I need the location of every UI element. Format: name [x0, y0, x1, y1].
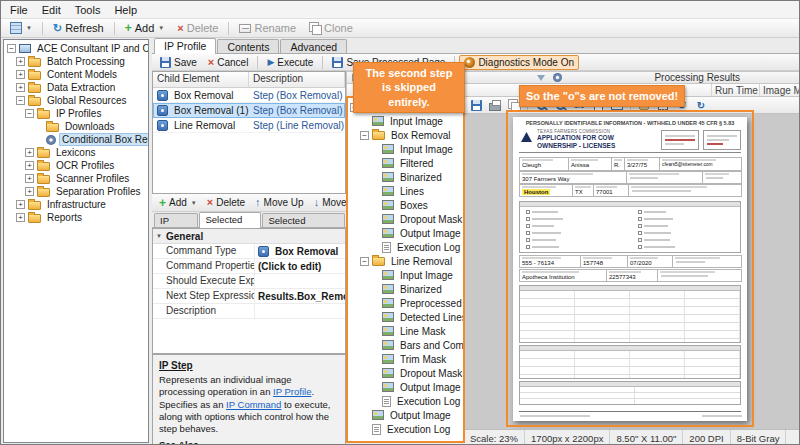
nav-tree-item[interactable]: +Separation Profiles [4, 185, 148, 198]
tab-selected-command[interactable]: Selected Command [262, 213, 345, 227]
nav-tree-item[interactable]: +Lexicons [4, 146, 148, 159]
nav-tree-item[interactable]: −Global Resources [4, 94, 148, 107]
results-tree-item[interactable]: Dropout Mask [348, 366, 463, 380]
save-button[interactable]: Save [155, 55, 202, 70]
results-tree-item[interactable]: Execution Log [348, 394, 463, 408]
results-tree-item[interactable]: Lines [348, 184, 463, 198]
nav-tree-item[interactable]: −IP Profiles [4, 107, 148, 120]
add-button[interactable]: + Add ▼ [119, 20, 171, 37]
results-tree-item[interactable]: Input Image [348, 142, 463, 156]
menu-file[interactable]: File [3, 3, 35, 17]
nav-tree-item[interactable]: +Scanner Profiles [4, 172, 148, 185]
execute-button[interactable]: ▶ Execute [262, 55, 318, 70]
results-tree-item[interactable]: Preprocessed [348, 296, 463, 310]
property-row[interactable]: Description [153, 304, 345, 319]
expander-icon[interactable]: + [16, 200, 25, 209]
results-tree-item[interactable]: Boxes [348, 198, 463, 212]
expander-icon[interactable]: + [16, 213, 25, 222]
nav-tree-item[interactable]: +Reports [4, 211, 148, 224]
property-row[interactable]: Command TypeBox Removal [153, 244, 345, 259]
expander-icon[interactable]: − [360, 131, 369, 140]
step-add-button[interactable]: + Add ▼ [154, 195, 202, 210]
menu-help[interactable]: Help [107, 3, 144, 17]
child-element-row[interactable]: Box Removal (1)Step (Box Removal) [153, 103, 345, 118]
expander-icon[interactable]: − [7, 44, 16, 53]
tab-selected-step[interactable]: Selected Step [199, 212, 261, 228]
results-tree-item[interactable]: Output Image [348, 226, 463, 240]
results-tree-item[interactable]: Bars and Combs [348, 338, 463, 352]
results-tree-item[interactable]: Dropout Mask [348, 212, 463, 226]
document-preview-page[interactable]: PERSONALLY IDENTIFIABLE INFORMATION - WI… [513, 117, 747, 421]
results-tree-item[interactable]: Execution Log [348, 240, 463, 254]
nav-tree-item[interactable]: +Infrastructure [4, 198, 148, 211]
print-button[interactable] [486, 98, 504, 113]
diagnostics-mode-button[interactable]: Diagnostics Mode On [459, 55, 579, 70]
expander-icon[interactable]: − [16, 96, 25, 105]
nav-tree-item[interactable]: Downloads [4, 120, 148, 133]
property-group-general[interactable]: ▼ General [153, 229, 345, 244]
expander-icon[interactable]: + [25, 161, 34, 170]
nav-tree-item[interactable]: Conditional Box Removal [4, 133, 148, 146]
expander-icon[interactable]: + [25, 148, 34, 157]
results-tree-item[interactable]: Trim Mask [348, 352, 463, 366]
results-tree-item[interactable]: Execution Log [348, 422, 463, 436]
tree-item-label: Line Removal [388, 255, 455, 268]
view-grid-button[interactable]: ▼ [4, 20, 38, 37]
property-row[interactable]: Command Properties(Click to edit) [153, 259, 345, 274]
tab-ip-profile-lower[interactable]: IP Profile [154, 213, 198, 227]
nav-tree-item[interactable]: +Batch Processing [4, 55, 148, 68]
delete-button[interactable]: × Delete [171, 20, 224, 37]
tab-advanced[interactable]: Advanced [280, 39, 347, 53]
results-tree-item[interactable]: Line Mask [348, 324, 463, 338]
expander-icon[interactable]: + [16, 70, 25, 79]
history-table-section [519, 285, 741, 343]
tab-ip-profile[interactable]: IP Profile [154, 38, 216, 54]
results-tree-item[interactable]: Detected Lines [348, 310, 463, 324]
tab-contents[interactable]: Contents [217, 39, 279, 53]
expander-icon[interactable]: + [25, 174, 34, 183]
save-image-button[interactable] [467, 98, 485, 113]
results-tree-item[interactable]: Output Image [348, 408, 463, 422]
nav-tree-item[interactable]: +Content Models [4, 68, 148, 81]
results-tree-item[interactable]: Output Image [348, 380, 463, 394]
property-row[interactable]: Next Step ExpressionResults.Box_Removal.… [153, 289, 345, 304]
nav-tree-item[interactable]: +OCR Profiles [4, 159, 148, 172]
nav-tree-item[interactable]: +Data Extraction [4, 81, 148, 94]
column-header-description[interactable]: Description [249, 72, 345, 87]
results-tree-item[interactable]: −Box Removal [348, 128, 463, 142]
property-row[interactable]: Should Execute Expression [153, 274, 345, 289]
expander-icon[interactable]: − [25, 109, 34, 118]
step-delete-button[interactable]: × Delete [202, 195, 250, 210]
menu-tools[interactable]: Tools [68, 3, 108, 17]
column-header-image-mode[interactable]: Image Mo... [760, 84, 800, 96]
clone-button[interactable]: Clone [303, 20, 359, 37]
ip-command-link[interactable]: IP Command [226, 399, 281, 410]
column-header-run-time[interactable]: Run Time [712, 84, 760, 96]
rotate-right-button[interactable]: ↻ [692, 98, 710, 113]
column-header-child-element[interactable]: Child Element [153, 72, 249, 87]
expander-icon[interactable]: + [25, 187, 34, 196]
rename-button[interactable]: Rename [233, 20, 302, 37]
cancel-button[interactable]: × Cancel [203, 55, 254, 70]
ip-profile-link[interactable]: IP Profile [273, 386, 311, 397]
nav-tree-item[interactable]: −ACE Consultant IP and OCR [4, 42, 148, 55]
refresh-button[interactable]: ↻ Refresh [47, 20, 110, 37]
settings-button[interactable] [550, 72, 565, 83]
child-name-cell: Box Removal [153, 88, 249, 102]
menu-edit[interactable]: Edit [35, 3, 68, 17]
results-tree-item[interactable]: −Line Removal [348, 254, 463, 268]
expander-icon[interactable]: + [16, 83, 25, 92]
results-tree-item[interactable]: Input Image [348, 268, 463, 282]
results-tree-item[interactable]: Binarized [348, 170, 463, 184]
results-tree-item[interactable]: Input Image [348, 114, 463, 128]
results-tree-item[interactable]: Filtered [348, 156, 463, 170]
results-tools-group [533, 72, 565, 83]
toolbar-separator [114, 22, 115, 35]
filter-button[interactable] [533, 72, 548, 83]
child-element-row[interactable]: Line RemovalStep (Line Removal) [153, 118, 345, 133]
move-up-button[interactable]: ↑ Move Up [250, 195, 309, 210]
results-tree-item[interactable]: Binarized [348, 282, 463, 296]
child-element-row[interactable]: Box RemovalStep (Box Removal) [153, 88, 345, 103]
expander-icon[interactable]: − [360, 257, 369, 266]
expander-icon[interactable]: + [16, 57, 25, 66]
